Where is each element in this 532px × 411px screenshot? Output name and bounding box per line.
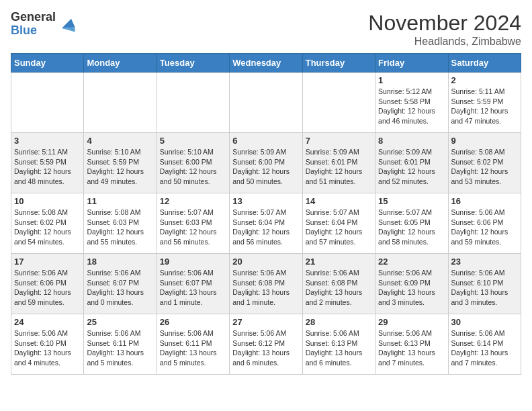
day-cell: 22Sunrise: 5:06 AM Sunset: 6:09 PM Dayli… — [375, 254, 448, 314]
day-cell: 17Sunrise: 5:06 AM Sunset: 6:06 PM Dayli… — [11, 254, 84, 314]
day-info: Sunrise: 5:06 AM Sunset: 6:09 PM Dayligh… — [378, 268, 445, 308]
day-cell: 5Sunrise: 5:10 AM Sunset: 6:00 PM Daylig… — [157, 133, 229, 193]
day-info: Sunrise: 5:10 AM Sunset: 6:00 PM Dayligh… — [160, 147, 226, 187]
day-info: Sunrise: 5:11 AM Sunset: 5:59 PM Dayligh… — [451, 87, 518, 126]
day-cell: 20Sunrise: 5:06 AM Sunset: 6:08 PM Dayli… — [230, 254, 302, 314]
day-info: Sunrise: 5:06 AM Sunset: 6:08 PM Dayligh… — [306, 268, 372, 308]
day-number: 22 — [378, 257, 445, 267]
weekday-thursday: Thursday — [302, 54, 375, 73]
day-cell: 30Sunrise: 5:06 AM Sunset: 6:14 PM Dayli… — [448, 314, 521, 375]
day-number: 23 — [451, 257, 518, 267]
day-info: Sunrise: 5:06 AM Sunset: 6:10 PM Dayligh… — [451, 268, 518, 308]
day-cell: 3Sunrise: 5:11 AM Sunset: 5:59 PM Daylig… — [11, 133, 84, 193]
day-number: 15 — [378, 196, 445, 206]
day-number: 29 — [378, 317, 445, 327]
day-number: 21 — [306, 257, 372, 267]
day-number: 19 — [160, 257, 226, 267]
day-cell: 28Sunrise: 5:06 AM Sunset: 6:13 PM Dayli… — [302, 314, 375, 375]
weekday-friday: Friday — [375, 54, 448, 73]
day-info: Sunrise: 5:06 AM Sunset: 6:14 PM Dayligh… — [451, 328, 518, 368]
day-number: 1 — [378, 75, 445, 85]
weekday-wednesday: Wednesday — [230, 54, 302, 73]
day-cell: 11Sunrise: 5:08 AM Sunset: 6:03 PM Dayli… — [84, 193, 157, 254]
day-number: 8 — [378, 136, 445, 146]
day-number: 7 — [306, 136, 372, 146]
day-cell: 6Sunrise: 5:09 AM Sunset: 6:00 PM Daylig… — [230, 133, 302, 193]
day-cell: 1Sunrise: 5:12 AM Sunset: 5:58 PM Daylig… — [375, 73, 448, 133]
weekday-monday: Monday — [84, 54, 157, 73]
day-cell: 19Sunrise: 5:06 AM Sunset: 6:07 PM Dayli… — [157, 254, 229, 314]
day-number: 30 — [451, 317, 518, 327]
day-cell: 2Sunrise: 5:11 AM Sunset: 5:59 PM Daylig… — [448, 73, 521, 133]
day-number: 24 — [14, 317, 81, 327]
day-cell — [302, 73, 375, 133]
weekday-tuesday: Tuesday — [157, 54, 229, 73]
day-cell — [11, 73, 84, 133]
day-info: Sunrise: 5:08 AM Sunset: 6:02 PM Dayligh… — [451, 147, 518, 187]
day-cell: 29Sunrise: 5:06 AM Sunset: 6:13 PM Dayli… — [375, 314, 448, 375]
day-info: Sunrise: 5:06 AM Sunset: 6:11 PM Dayligh… — [87, 328, 153, 368]
day-cell: 15Sunrise: 5:07 AM Sunset: 6:05 PM Dayli… — [375, 193, 448, 254]
day-info: Sunrise: 5:06 AM Sunset: 6:10 PM Dayligh… — [14, 328, 81, 368]
month-title: November 2024 — [368, 11, 521, 36]
day-number: 14 — [306, 196, 372, 206]
day-info: Sunrise: 5:10 AM Sunset: 5:59 PM Dayligh… — [87, 147, 153, 187]
day-cell: 10Sunrise: 5:08 AM Sunset: 6:02 PM Dayli… — [11, 193, 84, 254]
day-number: 4 — [87, 136, 153, 146]
day-info: Sunrise: 5:06 AM Sunset: 6:07 PM Dayligh… — [160, 268, 226, 308]
day-cell: 27Sunrise: 5:06 AM Sunset: 6:12 PM Dayli… — [230, 314, 302, 375]
svg-marker-0 — [62, 19, 75, 28]
day-number: 13 — [232, 196, 299, 206]
day-info: Sunrise: 5:06 AM Sunset: 6:13 PM Dayligh… — [378, 328, 445, 368]
day-number: 16 — [451, 196, 518, 206]
day-info: Sunrise: 5:08 AM Sunset: 6:03 PM Dayligh… — [87, 208, 153, 247]
day-info: Sunrise: 5:07 AM Sunset: 6:04 PM Dayligh… — [306, 208, 372, 247]
weekday-saturday: Saturday — [448, 54, 521, 73]
day-number: 6 — [232, 136, 299, 146]
day-cell: 18Sunrise: 5:06 AM Sunset: 6:07 PM Dayli… — [84, 254, 157, 314]
day-number: 18 — [87, 257, 153, 267]
day-info: Sunrise: 5:09 AM Sunset: 6:01 PM Dayligh… — [378, 147, 445, 187]
week-row-3: 10Sunrise: 5:08 AM Sunset: 6:02 PM Dayli… — [11, 193, 521, 254]
day-info: Sunrise: 5:09 AM Sunset: 6:01 PM Dayligh… — [306, 147, 372, 187]
day-info: Sunrise: 5:06 AM Sunset: 6:11 PM Dayligh… — [160, 328, 226, 368]
week-row-1: 1Sunrise: 5:12 AM Sunset: 5:58 PM Daylig… — [11, 73, 521, 133]
day-number: 11 — [87, 196, 153, 206]
day-cell: 8Sunrise: 5:09 AM Sunset: 6:01 PM Daylig… — [375, 133, 448, 193]
page-header: General Blue November 2024 Headlands, Zi… — [11, 11, 521, 48]
day-cell: 16Sunrise: 5:06 AM Sunset: 6:06 PM Dayli… — [448, 193, 521, 254]
day-info: Sunrise: 5:07 AM Sunset: 6:05 PM Dayligh… — [378, 208, 445, 247]
day-number: 28 — [306, 317, 372, 327]
day-info: Sunrise: 5:07 AM Sunset: 6:04 PM Dayligh… — [232, 208, 299, 247]
day-info: Sunrise: 5:12 AM Sunset: 5:58 PM Dayligh… — [378, 87, 445, 126]
day-cell: 24Sunrise: 5:06 AM Sunset: 6:10 PM Dayli… — [11, 314, 84, 375]
day-info: Sunrise: 5:07 AM Sunset: 6:03 PM Dayligh… — [160, 208, 226, 247]
logo-blue-text: Blue — [11, 24, 56, 38]
location: Headlands, Zimbabwe — [368, 36, 521, 48]
week-row-4: 17Sunrise: 5:06 AM Sunset: 6:06 PM Dayli… — [11, 254, 521, 314]
day-cell: 4Sunrise: 5:10 AM Sunset: 5:59 PM Daylig… — [84, 133, 157, 193]
day-info: Sunrise: 5:06 AM Sunset: 6:12 PM Dayligh… — [232, 328, 299, 368]
day-info: Sunrise: 5:09 AM Sunset: 6:00 PM Dayligh… — [232, 147, 299, 187]
logo: General Blue — [11, 11, 76, 38]
day-info: Sunrise: 5:06 AM Sunset: 6:06 PM Dayligh… — [14, 268, 81, 308]
day-number: 5 — [160, 136, 226, 146]
day-number: 9 — [451, 136, 518, 146]
day-cell: 23Sunrise: 5:06 AM Sunset: 6:10 PM Dayli… — [448, 254, 521, 314]
logo-general-text: General — [11, 11, 56, 24]
day-number: 12 — [160, 196, 226, 206]
day-cell: 26Sunrise: 5:06 AM Sunset: 6:11 PM Dayli… — [157, 314, 229, 375]
day-cell: 9Sunrise: 5:08 AM Sunset: 6:02 PM Daylig… — [448, 133, 521, 193]
day-number: 26 — [160, 317, 226, 327]
day-info: Sunrise: 5:06 AM Sunset: 6:06 PM Dayligh… — [451, 208, 518, 247]
day-cell: 21Sunrise: 5:06 AM Sunset: 6:08 PM Dayli… — [302, 254, 375, 314]
day-number: 20 — [232, 257, 299, 267]
day-info: Sunrise: 5:11 AM Sunset: 5:59 PM Dayligh… — [14, 147, 81, 187]
day-number: 2 — [451, 75, 518, 85]
day-number: 17 — [14, 257, 81, 267]
day-cell: 12Sunrise: 5:07 AM Sunset: 6:03 PM Dayli… — [157, 193, 229, 254]
day-cell: 7Sunrise: 5:09 AM Sunset: 6:01 PM Daylig… — [302, 133, 375, 193]
day-number: 10 — [14, 196, 81, 206]
day-number: 25 — [87, 317, 153, 327]
day-cell — [84, 73, 157, 133]
